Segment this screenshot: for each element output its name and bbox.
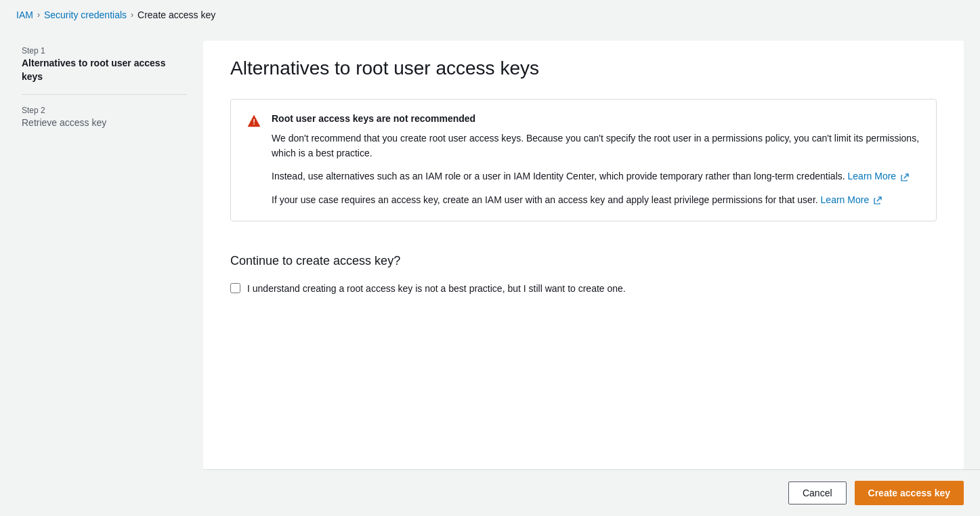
- breadcrumb-security-link[interactable]: Security credentials: [44, 9, 127, 20]
- warning-title: Root user access keys are not recommende…: [272, 113, 920, 124]
- checkbox-row: I understand creating a root access key …: [230, 282, 937, 296]
- breadcrumb-separator-2: ›: [131, 10, 133, 20]
- breadcrumb-separator-1: ›: [37, 10, 40, 20]
- warning-paragraph-2: Instead, use alternatives such as an IAM…: [272, 169, 920, 184]
- warning-paragraph-3: If your use case requires an access key,…: [272, 192, 920, 207]
- main-content: Alternatives to root user access keys ! …: [203, 41, 964, 502]
- footer: Cancel Create access key: [203, 469, 980, 516]
- sidebar-step-2: Step 2 Retrieve access key: [22, 106, 187, 130]
- breadcrumb-current: Create access key: [137, 9, 215, 20]
- learn-more-link-2[interactable]: Learn More: [821, 194, 870, 205]
- continue-title: Continue to create access key?: [230, 254, 937, 268]
- step-1-title: Alternatives to root user access keys: [22, 57, 187, 83]
- warning-icon: !: [247, 114, 261, 208]
- understand-checkbox[interactable]: [230, 283, 240, 293]
- breadcrumb-iam-link[interactable]: IAM: [16, 9, 33, 20]
- warning-paragraph-1: We don't recommend that you create root …: [272, 131, 920, 161]
- sidebar-step-1: Step 1 Alternatives to root user access …: [22, 46, 187, 83]
- learn-more-link-1[interactable]: Learn More: [848, 171, 897, 181]
- warning-content: Root user access keys are not recommende…: [272, 113, 920, 208]
- warning-paragraph-2-text: Instead, use alternatives such as an IAM…: [272, 171, 845, 181]
- page-title: Alternatives to root user access keys: [230, 57, 937, 80]
- step-1-label: Step 1: [22, 46, 187, 56]
- warning-paragraph-3-text: If your use case requires an access key,…: [272, 194, 818, 205]
- warning-box: ! Root user access keys are not recommen…: [230, 99, 937, 222]
- page-layout: Step 1 Alternatives to root user access …: [0, 30, 980, 513]
- continue-section: Continue to create access key? I underst…: [230, 243, 937, 296]
- breadcrumb: IAM › Security credentials › Create acce…: [0, 0, 980, 30]
- step-divider: [22, 94, 187, 95]
- checkbox-label[interactable]: I understand creating a root access key …: [247, 282, 626, 296]
- svg-text:!: !: [253, 118, 255, 126]
- external-link-icon-2: [874, 196, 882, 205]
- cancel-button[interactable]: Cancel: [788, 481, 847, 504]
- step-2-label: Step 2: [22, 106, 187, 115]
- external-link-icon-1: [901, 173, 909, 181]
- sidebar: Step 1 Alternatives to root user access …: [0, 30, 203, 513]
- step-2-title: Retrieve access key: [22, 116, 187, 130]
- create-access-key-button[interactable]: Create access key: [855, 481, 964, 505]
